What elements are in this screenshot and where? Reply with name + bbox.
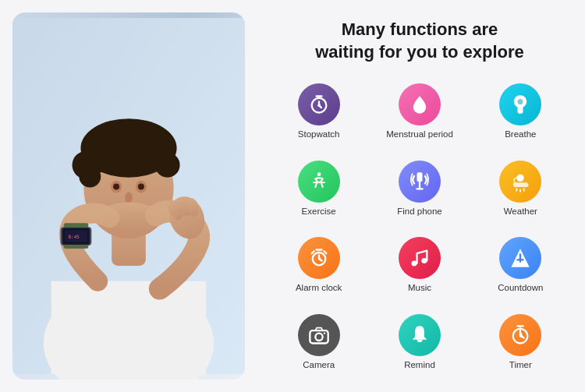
svg-point-13 — [113, 184, 119, 190]
function-item-camera: Camera — [270, 309, 367, 380]
watch-image: 8:45 — [12, 12, 245, 380]
timer-icon — [499, 314, 541, 356]
svg-point-29 — [317, 104, 321, 108]
exercise-label: Exercise — [302, 207, 336, 217]
svg-rect-32 — [417, 172, 422, 182]
svg-point-41 — [411, 261, 417, 267]
countdown-label: Countdown — [498, 283, 543, 294]
music-icon — [399, 237, 441, 279]
function-item-exercise: Exercise — [270, 156, 367, 226]
page-title: Many functions are waiting for you to ex… — [270, 19, 569, 63]
svg-point-30 — [518, 99, 523, 104]
menstrual-icon — [399, 83, 441, 125]
svg-point-46 — [315, 333, 322, 340]
function-item-remind: Remind — [370, 309, 468, 380]
svg-rect-22 — [64, 223, 89, 228]
remind-label: Remind — [404, 360, 435, 371]
svg-point-10 — [155, 153, 180, 178]
function-item-alarm: Alarm clock — [270, 232, 367, 302]
function-item-weather: Weather — [472, 156, 569, 226]
svg-point-15 — [125, 192, 133, 203]
functions-grid: Stopwatch Menstrual period Breathe Exerc… — [270, 79, 569, 380]
stopwatch-label: Stopwatch — [298, 129, 340, 140]
alarm-label: Alarm clock — [296, 283, 342, 294]
svg-point-14 — [138, 184, 144, 190]
svg-text:8:45: 8:45 — [69, 234, 80, 239]
right-panel: Many functions are waiting for you to ex… — [257, 0, 585, 392]
svg-point-47 — [323, 332, 324, 334]
music-label: Music — [408, 283, 431, 294]
function-item-menstrual: Menstrual period — [370, 79, 468, 149]
findphone-label: Find phone — [397, 207, 442, 217]
function-item-stopwatch: Stopwatch — [270, 79, 367, 149]
left-panel: 8:45 — [0, 0, 257, 392]
svg-point-42 — [421, 258, 427, 263]
findphone-icon — [399, 161, 441, 203]
camera-label: Camera — [303, 360, 335, 371]
svg-point-35 — [517, 174, 524, 181]
exercise-icon — [298, 161, 340, 203]
svg-rect-2 — [51, 281, 207, 374]
stopwatch-icon — [298, 83, 340, 125]
countdown-icon — [499, 237, 541, 279]
weather-label: Weather — [504, 207, 537, 217]
function-item-countdown: Countdown — [472, 232, 569, 302]
alarm-icon — [298, 237, 340, 279]
camera-icon — [298, 314, 340, 356]
menstrual-label: Menstrual period — [386, 129, 453, 140]
weather-icon — [499, 161, 541, 203]
function-item-breathe: Breathe — [472, 79, 569, 149]
timer-label: Timer — [509, 360, 532, 371]
remind-icon — [399, 314, 441, 356]
function-item-music: Music — [370, 232, 468, 302]
svg-point-8 — [79, 166, 101, 188]
breathe-label: Breathe — [505, 129, 536, 140]
svg-point-31 — [317, 172, 321, 176]
function-item-findphone: Find phone — [370, 156, 468, 226]
function-item-timer: Timer — [472, 309, 569, 380]
breathe-icon — [499, 83, 541, 125]
